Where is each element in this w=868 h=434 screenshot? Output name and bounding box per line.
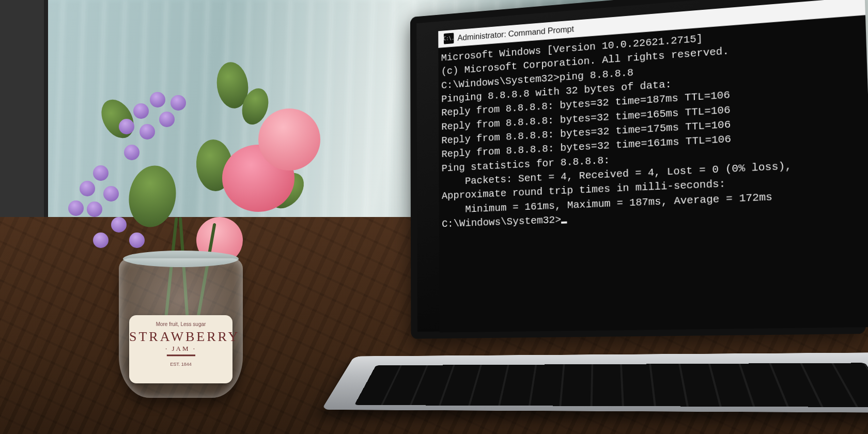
cmd-icon: C:\. xyxy=(444,33,454,44)
cmd-terminal-output[interactable]: Microsoft Windows [Version 10.0.22621.27… xyxy=(438,15,868,332)
cmd-icon-glyph: C:\. xyxy=(443,36,454,41)
jar-est: EST. 1844 xyxy=(129,362,233,367)
command-prompt-window[interactable]: C:\. Administrator: Command Prompt Micro… xyxy=(438,0,868,333)
jar-brand: STRAWBERRY xyxy=(129,329,233,345)
jar-label-divider: ━━━━━ xyxy=(129,353,233,359)
laptop-keyboard[interactable] xyxy=(354,363,868,407)
laptop: C:\. Administrator: Command Prompt Micro… xyxy=(392,0,868,434)
laptop-screen: C:\. Administrator: Command Prompt Micro… xyxy=(438,0,868,333)
window-frame xyxy=(0,0,48,243)
jar-tagline: More fruit, Less sugar xyxy=(129,321,233,327)
cmd-cursor xyxy=(561,222,567,224)
laptop-bezel: C:\. Administrator: Command Prompt Micro… xyxy=(410,0,866,339)
jar-label: More fruit, Less sugar STRAWBERRY · JAM … xyxy=(129,315,233,383)
